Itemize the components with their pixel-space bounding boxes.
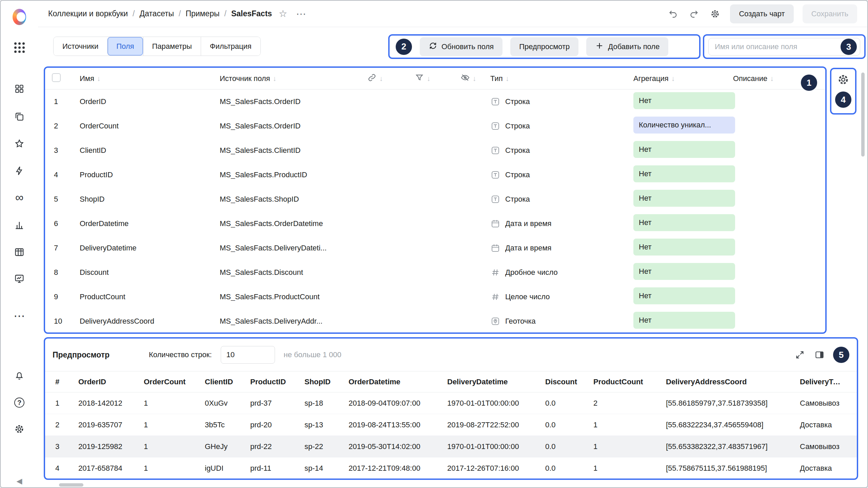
field-row[interactable]: 5 ShopID MS_SalesFacts.ShopID Строка Нет bbox=[45, 187, 825, 211]
field-type-label[interactable]: Строка bbox=[505, 97, 530, 106]
column-header-source[interactable]: Источник поля bbox=[220, 74, 351, 83]
field-name[interactable]: OrderDatetime bbox=[80, 219, 220, 228]
preview-column-header: ClientID bbox=[205, 378, 250, 386]
field-name[interactable]: DeliveryDatetime bbox=[80, 244, 220, 252]
aggregation-pill[interactable]: Нет bbox=[633, 287, 735, 304]
table-settings-gear-icon[interactable] bbox=[837, 73, 850, 86]
aggregation-pill[interactable]: Нет bbox=[633, 214, 735, 231]
field-name[interactable]: ProductCount bbox=[80, 292, 220, 301]
breadcrumb: Коллекции и воркбуки / Датасеты / Пример… bbox=[48, 9, 272, 18]
field-row[interactable]: 4 ProductID MS_SalesFacts.ProductID Стро… bbox=[45, 163, 825, 187]
help-icon[interactable]: ? bbox=[13, 396, 26, 409]
field-row[interactable]: 8 Discount MS_SalesFacts.Discount Дробно… bbox=[45, 260, 825, 285]
expand-preview-icon[interactable] bbox=[794, 349, 806, 361]
tab-parameters[interactable]: Параметры bbox=[143, 37, 201, 56]
breadcrumb-examples[interactable]: Примеры bbox=[185, 9, 219, 18]
field-search-input[interactable] bbox=[708, 38, 860, 56]
field-row[interactable]: 10 DeliveryAddressCoord MS_SalesFacts.De… bbox=[45, 309, 825, 333]
preview-row[interactable]: 42017-6587841igUDIprd-11sp-142017-12-21T… bbox=[45, 458, 857, 479]
field-type-label[interactable]: Целое число bbox=[505, 292, 550, 301]
save-button[interactable]: Сохранить bbox=[803, 4, 857, 23]
settings-gear-icon[interactable] bbox=[13, 422, 26, 436]
aggregation-pill[interactable]: Нет bbox=[633, 165, 735, 182]
favorites-icon[interactable] bbox=[13, 137, 26, 150]
sort-icon bbox=[379, 75, 383, 83]
refresh-fields-button[interactable]: Обновить поля bbox=[420, 37, 502, 56]
field-name[interactable]: DeliveryAddressCoord bbox=[80, 317, 220, 326]
collections-icon[interactable] bbox=[13, 110, 26, 123]
tab-sources[interactable]: Источники bbox=[54, 37, 107, 56]
aggregation-pill[interactable]: Нет bbox=[633, 92, 735, 109]
field-type-label[interactable]: Строка bbox=[505, 122, 530, 130]
aggregation-pill[interactable]: Количество уникал... bbox=[633, 117, 735, 134]
horizontal-scrollbar[interactable] bbox=[59, 483, 83, 487]
dataset-settings-gear-icon[interactable] bbox=[709, 8, 721, 20]
aggregation-pill[interactable]: Нет bbox=[633, 263, 735, 280]
aggregation-pill[interactable]: Нет bbox=[633, 190, 735, 207]
breadcrumb-collections[interactable]: Коллекции и воркбуки bbox=[48, 9, 128, 18]
field-name[interactable]: OrderCount bbox=[80, 122, 220, 130]
charts-icon[interactable] bbox=[13, 218, 26, 232]
datasets-icon[interactable]: ∞ bbox=[13, 190, 26, 204]
field-row[interactable]: 2 OrderCount MS_SalesFacts.OrderID Строк… bbox=[45, 114, 825, 138]
collapse-sidebar-icon[interactable]: ◀ bbox=[13, 474, 26, 488]
breadcrumb-datasets[interactable]: Датасеты bbox=[139, 9, 174, 18]
field-name[interactable]: OrderID bbox=[80, 97, 220, 106]
column-header-aggregation[interactable]: Агрегация bbox=[624, 74, 733, 83]
field-row[interactable]: 7 DeliveryDatetime MS_SalesFacts.Deliver… bbox=[45, 236, 825, 260]
redo-icon[interactable] bbox=[688, 8, 700, 20]
dashboards-icon[interactable] bbox=[13, 82, 26, 96]
row-count-input[interactable] bbox=[221, 346, 275, 364]
undo-icon[interactable] bbox=[667, 8, 679, 20]
column-header-hidden[interactable] bbox=[446, 73, 490, 84]
monitoring-icon[interactable] bbox=[13, 272, 26, 285]
preview-row[interactable]: 32019-1259821GHeJyprd-22sp-222019-05-30T… bbox=[45, 436, 857, 458]
field-row[interactable]: 6 OrderDatetime MS_SalesFacts.OrderDatet… bbox=[45, 211, 825, 236]
field-type-label[interactable]: Геоточка bbox=[505, 317, 536, 326]
field-type-label[interactable]: Дата и время bbox=[505, 244, 551, 252]
preview-cell: 1 bbox=[144, 442, 205, 451]
preview-row[interactable]: 22019-63570713b5Tcprd-20sp-132019-08-24T… bbox=[45, 414, 857, 436]
field-name[interactable]: ProductID bbox=[80, 170, 220, 179]
field-type-label[interactable]: Дробное число bbox=[505, 268, 558, 277]
field-type-label[interactable]: Строка bbox=[505, 195, 530, 204]
field-row[interactable]: 1 OrderID MS_SalesFacts.OrderID Строка Н… bbox=[45, 89, 825, 114]
geopoint-type-icon bbox=[490, 316, 500, 326]
preview-row[interactable]: 12018-14201210XuGvprd-37sp-182018-09-04T… bbox=[45, 392, 857, 414]
field-name[interactable]: ClientID bbox=[80, 146, 220, 155]
create-chart-button[interactable]: Создать чарт bbox=[730, 4, 793, 23]
field-type-label[interactable]: Строка bbox=[505, 170, 530, 179]
add-field-button[interactable]: Добавить поле bbox=[586, 37, 668, 56]
apps-grid-icon[interactable] bbox=[13, 41, 26, 54]
field-name[interactable]: Discount bbox=[80, 268, 220, 277]
tab-filtering[interactable]: Фильтрация bbox=[201, 37, 260, 56]
datalens-logo[interactable] bbox=[13, 10, 26, 24]
preview-cell: 1970-01-01T00:00:00 bbox=[447, 399, 545, 408]
connections-icon[interactable] bbox=[13, 164, 26, 178]
column-header-link[interactable] bbox=[351, 73, 399, 84]
tab-fields[interactable]: Поля bbox=[107, 37, 143, 56]
preview-cell: 1 bbox=[55, 399, 78, 408]
more-options-icon[interactable]: ⋯ bbox=[296, 8, 307, 20]
column-header-name[interactable]: Имя bbox=[80, 74, 220, 83]
vertical-scrollbar[interactable] bbox=[861, 73, 865, 157]
preview-toggle-button[interactable]: Предпросмотр bbox=[510, 37, 578, 56]
notifications-bell-icon[interactable] bbox=[13, 369, 26, 382]
preview-layout-icon[interactable] bbox=[813, 349, 826, 361]
aggregation-pill[interactable]: Нет bbox=[633, 141, 735, 158]
field-row[interactable]: 3 ClientID MS_SalesFacts.ClientID Строка… bbox=[45, 138, 825, 163]
favorite-star-icon[interactable]: ☆ bbox=[279, 8, 287, 19]
field-type-label[interactable]: Строка bbox=[505, 146, 530, 155]
field-row[interactable]: 9 ProductCount MS_SalesFacts.ProductCoun… bbox=[45, 285, 825, 309]
field-source: MS_SalesFacts.OrderDatetime bbox=[220, 219, 351, 228]
column-header-type[interactable]: Тип bbox=[490, 74, 624, 83]
aggregation-pill[interactable]: Нет bbox=[633, 239, 735, 256]
sort-icon bbox=[770, 75, 774, 83]
column-header-filter[interactable] bbox=[399, 73, 446, 84]
aggregation-pill[interactable]: Нет bbox=[633, 312, 735, 329]
field-type-label[interactable]: Дата и время bbox=[505, 219, 551, 228]
field-name[interactable]: ShopID bbox=[80, 195, 220, 204]
tables-icon[interactable] bbox=[13, 245, 26, 259]
sidebar-more-icon[interactable]: ⋯ bbox=[13, 309, 26, 323]
select-all-checkbox[interactable] bbox=[52, 73, 61, 82]
